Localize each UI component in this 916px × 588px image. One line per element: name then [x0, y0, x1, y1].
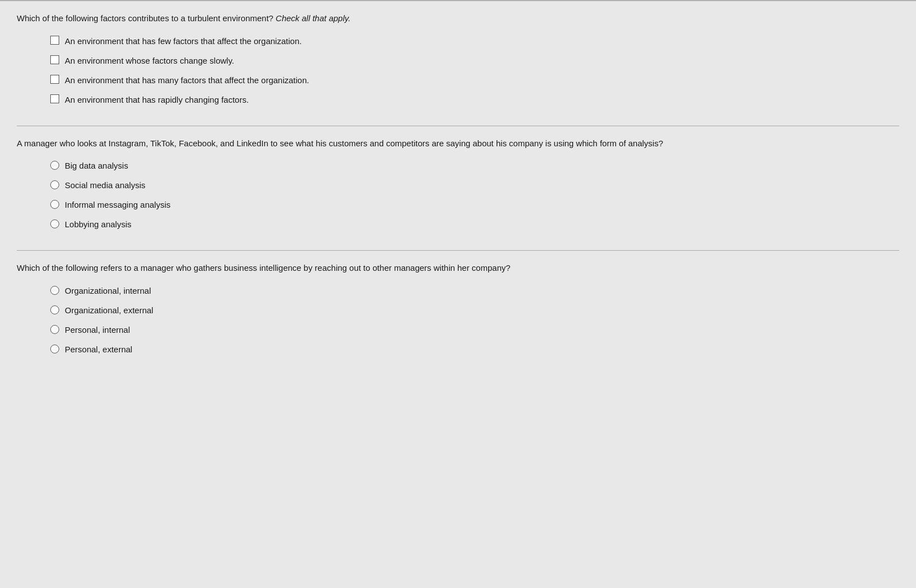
question-text-2: A manager who looks at Instagram, TikTok… [17, 137, 899, 150]
options-list-3: Organizational, internal Organizational,… [17, 285, 899, 355]
option-label: An environment that has few factors that… [65, 35, 302, 47]
list-item: An environment that has many factors tha… [50, 74, 899, 86]
option-label: Informal messaging analysis [65, 199, 170, 211]
list-item: Social media analysis [50, 179, 899, 191]
list-item: An environment that has rapidly changing… [50, 94, 899, 106]
radio-q3-opt3[interactable] [50, 325, 59, 334]
question-block-1: Which of the following factors contribut… [17, 12, 899, 106]
options-list-1: An environment that has few factors that… [17, 35, 899, 106]
option-label: Personal, external [65, 343, 132, 355]
list-item: Big data analysis [50, 160, 899, 171]
option-label: An environment that has rapidly changing… [65, 94, 249, 106]
divider-2 [17, 250, 899, 251]
list-item: Informal messaging analysis [50, 199, 899, 211]
radio-q3-opt1[interactable] [50, 286, 59, 295]
question-text-3: Which of the following refers to a manag… [17, 262, 899, 275]
question-block-2: A manager who looks at Instagram, TikTok… [17, 137, 899, 231]
radio-q2-opt1[interactable] [50, 161, 59, 170]
question-text-1: Which of the following factors contribut… [17, 12, 899, 25]
option-label: An environment whose factors change slow… [65, 55, 234, 66]
option-label: Social media analysis [65, 179, 145, 191]
radio-q2-opt4[interactable] [50, 219, 59, 228]
list-item: Organizational, external [50, 304, 899, 316]
option-label: Lobbying analysis [65, 218, 131, 230]
list-item: Personal, external [50, 343, 899, 355]
list-item: An environment whose factors change slow… [50, 55, 899, 66]
list-item: An environment that has few factors that… [50, 35, 899, 47]
checkbox-q1-opt1[interactable] [50, 36, 59, 45]
divider [17, 126, 899, 126]
option-label: An environment that has many factors tha… [65, 74, 309, 86]
checkbox-q1-opt2[interactable] [50, 55, 59, 64]
radio-q2-opt3[interactable] [50, 200, 59, 209]
radio-q3-opt2[interactable] [50, 305, 59, 314]
option-label: Big data analysis [65, 160, 128, 171]
checkbox-q1-opt4[interactable] [50, 94, 59, 103]
radio-q3-opt4[interactable] [50, 345, 59, 353]
question-block-3: Which of the following refers to a manag… [17, 262, 899, 355]
page-container: Which of the following factors contribut… [0, 0, 916, 588]
option-label: Personal, internal [65, 324, 130, 336]
option-label: Organizational, internal [65, 285, 151, 297]
radio-q2-opt2[interactable] [50, 180, 59, 189]
list-item: Personal, internal [50, 324, 899, 336]
list-item: Organizational, internal [50, 285, 899, 297]
option-label: Organizational, external [65, 304, 153, 316]
checkbox-q1-opt3[interactable] [50, 75, 59, 84]
options-list-2: Big data analysis Social media analysis … [17, 160, 899, 230]
list-item: Lobbying analysis [50, 218, 899, 230]
